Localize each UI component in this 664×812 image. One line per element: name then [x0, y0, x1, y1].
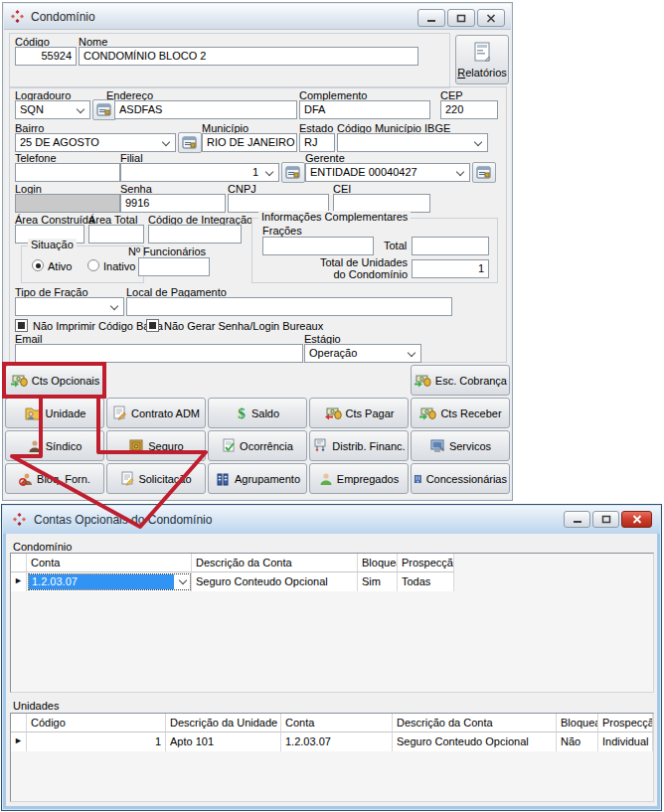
- chevron-down-icon: [456, 168, 464, 176]
- prospeccao-cell[interactable]: Todas: [398, 572, 454, 591]
- estagio-combo[interactable]: Operação: [304, 344, 421, 363]
- tipo-fracao-combo[interactable]: [15, 297, 124, 316]
- logradouro-combo[interactable]: SQN: [15, 100, 90, 119]
- situacao-title: Situação: [28, 239, 77, 250]
- total-unidades-field[interactable]: 1: [412, 259, 489, 278]
- descricao-unidade-cell[interactable]: Apto 101: [166, 732, 281, 751]
- page-check-icon: [222, 438, 236, 453]
- bairro-lookup-button[interactable]: [178, 132, 202, 153]
- senha-field[interactable]: 9916: [120, 194, 226, 213]
- filial-lookup-button[interactable]: [281, 162, 305, 183]
- distrib-financ-button[interactable]: Distrib. Financ.: [309, 430, 409, 461]
- grid-condominio-label: Condomínio: [13, 541, 72, 553]
- maximize-button[interactable]: [447, 9, 475, 27]
- bairro-combo[interactable]: 25 DE AGOSTO: [15, 133, 176, 152]
- codigo-integracao-field[interactable]: [148, 225, 242, 244]
- contract-icon: [112, 406, 127, 420]
- close-button[interactable]: [621, 511, 652, 528]
- chevron-down-icon: [110, 302, 118, 310]
- complemento-field[interactable]: DFA: [299, 100, 430, 119]
- grid-unidades: Código Descrição da Unidade Conta Descri…: [10, 713, 654, 802]
- sindico-button[interactable]: Síndico: [5, 430, 104, 461]
- chevron-down-icon: [474, 138, 482, 146]
- conta-cell[interactable]: 1.2.03.07: [281, 732, 393, 751]
- lookup-icon: [285, 166, 301, 180]
- num-funcionarios-field[interactable]: [138, 257, 210, 276]
- ativo-radio[interactable]: [32, 259, 44, 271]
- codigo-cell[interactable]: 1: [27, 732, 166, 751]
- selected-conta-value: 1.2.03.07: [29, 574, 174, 589]
- descricao-cell[interactable]: Seguro Conteudo Opcional: [192, 572, 358, 591]
- minimize-button[interactable]: [564, 511, 590, 528]
- total-field[interactable]: [412, 237, 489, 255]
- lookup-icon: [182, 136, 198, 150]
- concessionarias-button[interactable]: Concessionárias: [411, 463, 510, 494]
- login-field: [15, 194, 120, 213]
- codigo-field[interactable]: 55924: [15, 47, 77, 66]
- situacao-groupbox: Situação Ativo Inativo: [21, 245, 144, 283]
- dollar-icon: $: [236, 406, 248, 420]
- inativo-radio[interactable]: [87, 259, 99, 271]
- nao-gerar-checkbox[interactable]: [146, 319, 159, 332]
- solicitacao-button[interactable]: Solicitação: [106, 463, 206, 494]
- estado-field[interactable]: RJ: [299, 133, 335, 152]
- maximize-icon: [601, 515, 611, 524]
- cts-opcionais-button[interactable]: Cts Opcionais: [5, 365, 104, 396]
- ibge-combo[interactable]: [337, 133, 488, 152]
- gerente-combo[interactable]: ENTIDADE 00040427: [305, 163, 470, 182]
- bloq-forn-button[interactable]: Bloq. Forn.: [5, 463, 104, 494]
- conta-cell-combo[interactable]: 1.2.03.07: [27, 572, 192, 591]
- computer-icon: [429, 439, 445, 453]
- titlebar-contas[interactable]: Contas Opcionais do Condomínio: [3, 506, 660, 534]
- logradouro-lookup-button[interactable]: [92, 99, 116, 120]
- maximize-button[interactable]: [592, 511, 619, 528]
- ativo-label: Ativo: [48, 260, 72, 272]
- esc-cobranca-button[interactable]: Esc. Cobrança: [411, 365, 510, 396]
- titlebar-condominio[interactable]: Condomínio: [4, 4, 511, 30]
- endereco-field[interactable]: ASDFAS: [114, 100, 297, 119]
- bloquear-cell[interactable]: Não: [557, 732, 598, 751]
- lookup-icon: [96, 103, 112, 117]
- bloquear-cell[interactable]: Sim: [358, 572, 398, 591]
- relatorios-label: Relatórios: [457, 67, 507, 79]
- local-pagamento-field[interactable]: [126, 297, 452, 316]
- fracoes-field[interactable]: [262, 237, 374, 255]
- selector-header: [11, 554, 27, 572]
- nao-imprimir-checkbox[interactable]: [15, 319, 28, 332]
- columns-icon: [215, 472, 231, 486]
- lookup-icon: [476, 166, 492, 180]
- cts-receber-button[interactable]: Cts Receber: [411, 398, 510, 428]
- cep-field[interactable]: 220: [440, 100, 498, 119]
- gerente-lookup-button[interactable]: [472, 162, 496, 183]
- minimize-button[interactable]: [417, 9, 445, 27]
- folder-person-icon: [24, 406, 42, 420]
- filial-combo[interactable]: 1: [120, 163, 279, 182]
- close-button[interactable]: [477, 9, 505, 27]
- email-field[interactable]: [15, 344, 303, 363]
- row-marker: ►: [11, 732, 27, 751]
- info-complementares-groupbox: Informações Complementares Frações Total…: [251, 218, 498, 283]
- nao-gerar-label: Não Gerar Senha/Login Bureaux: [164, 320, 323, 332]
- cts-pagar-button[interactable]: Cts Pagar: [309, 398, 409, 428]
- relatorios-button[interactable]: Relatórios: [455, 35, 509, 84]
- column-header-conta: Conta: [27, 554, 192, 572]
- contrato-adm-button[interactable]: Contrato ADM: [106, 398, 206, 428]
- servicos-button[interactable]: Servicos: [411, 430, 510, 461]
- descricao-conta-cell[interactable]: Seguro Conteudo Opcional: [393, 732, 557, 751]
- area-total-field[interactable]: [88, 225, 144, 244]
- chevron-down-icon: [265, 168, 273, 176]
- radio-dot: [36, 263, 41, 268]
- telefone-field[interactable]: [15, 163, 120, 182]
- ocorrencia-button[interactable]: Ocorrência: [208, 430, 307, 461]
- prospeccao-cell[interactable]: Individual: [598, 732, 653, 751]
- empregados-button[interactable]: Empregados: [309, 463, 409, 494]
- column-header-bloquear: Bloquear: [557, 714, 598, 732]
- total-label: Total: [384, 240, 407, 251]
- nome-field[interactable]: CONDOMÍNIO BLOCO 2: [79, 47, 418, 66]
- saldo-button[interactable]: $ Saldo: [208, 398, 307, 428]
- municipio-field[interactable]: RIO DE JANEIRO: [202, 133, 297, 152]
- unidade-button[interactable]: Unidade: [5, 398, 104, 428]
- agrupamento-button[interactable]: Agrupamento: [208, 463, 307, 494]
- seguro-button[interactable]: Seguro: [106, 430, 206, 461]
- building-icon: [414, 472, 422, 486]
